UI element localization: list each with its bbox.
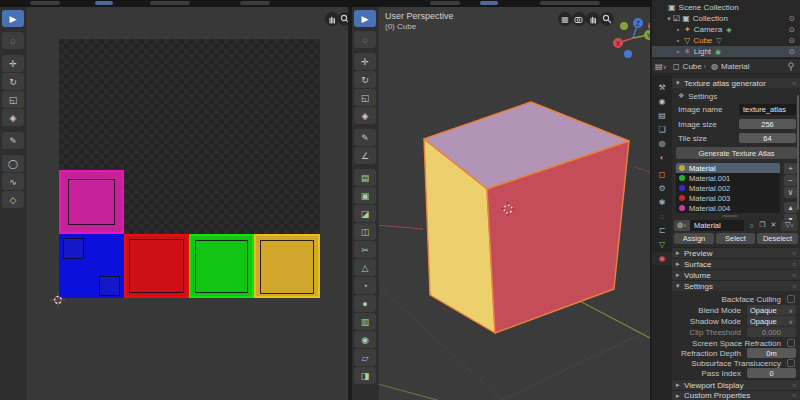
scene-tab[interactable]: ◍: [652, 137, 672, 150]
vp-rotate-tool-button[interactable]: ↻: [354, 71, 376, 88]
outliner-label[interactable]: Light: [694, 47, 711, 56]
outliner-collection[interactable]: ▾ ☑ ▣ Collection ⊙: [652, 13, 800, 24]
outliner-label[interactable]: Cube: [693, 36, 712, 45]
fake-user-button[interactable]: ○: [746, 220, 757, 231]
physics-tab[interactable]: ◌: [652, 210, 672, 223]
vp-tweak-tool-button[interactable]: ▶: [354, 10, 376, 27]
vp-inset-faces-tool-button[interactable]: ▣: [354, 187, 376, 204]
expander-icon[interactable]: •: [674, 37, 682, 44]
generate-texture-atlas-button[interactable]: Generate Texture Atlas: [676, 147, 797, 159]
pin-icon[interactable]: [787, 62, 795, 72]
vp-spin-tool-button[interactable]: ◔: [354, 277, 376, 294]
uv-grab-tool-button[interactable]: ◯: [2, 155, 24, 172]
visibility-eye-icon[interactable]: ⊙: [788, 25, 795, 34]
deselect-button[interactable]: Deselect: [757, 233, 798, 244]
blend-mode-dropdown[interactable]: Opaque∨: [747, 305, 796, 315]
vp-smooth-tool-button[interactable]: ●: [354, 295, 376, 312]
breadcrumb-material[interactable]: Material: [721, 62, 749, 71]
outliner-label[interactable]: Collection: [693, 14, 728, 23]
uv-tweak-tool-button[interactable]: ▶: [2, 10, 24, 27]
vp-knife-tool-button[interactable]: ✂: [354, 241, 376, 258]
surface-panel-header[interactable]: ▸Surface≡: [672, 258, 800, 269]
expander-icon[interactable]: •: [674, 26, 682, 33]
vp-rip-region-tool-button[interactable]: ◨: [354, 367, 376, 384]
panel-grip-icon[interactable]: ≡: [792, 80, 796, 87]
subsurface-translucency-checkbox[interactable]: [787, 359, 795, 367]
properties-scrollbar[interactable]: [797, 95, 799, 210]
view-layer-tab[interactable]: ❏: [652, 123, 672, 136]
collection-checkbox[interactable]: ☑: [673, 14, 680, 23]
image-name-input[interactable]: texture_atlas: [739, 104, 796, 115]
expander-icon[interactable]: •: [674, 48, 682, 55]
shadow-mode-dropdown[interactable]: Opaque∨: [747, 316, 796, 326]
vp-move-tool-button[interactable]: ✛: [354, 53, 376, 70]
particles-tab[interactable]: ✱: [652, 196, 672, 209]
uv-move-tool-button[interactable]: ✛: [2, 55, 24, 72]
navigation-gizmo[interactable]: Z X Y: [610, 15, 652, 61]
vp-loop-cut-tool-button[interactable]: ◫: [354, 223, 376, 240]
constraints-tab[interactable]: ⊏: [652, 224, 672, 237]
vp-measure-tool-button[interactable]: ∠: [354, 147, 376, 164]
vp-extrude-region-tool-button[interactable]: ▤: [354, 169, 376, 186]
modifier-tab[interactable]: ⚙: [652, 182, 672, 195]
camera-view-icon[interactable]: [572, 12, 586, 26]
vp-annotate-tool-button[interactable]: ✎: [354, 129, 376, 146]
uv-rotate-tool-button[interactable]: ↻: [2, 73, 24, 90]
pan-hand-icon[interactable]: [325, 12, 339, 26]
vp-shear-tool-button[interactable]: ▱: [354, 349, 376, 366]
refraction-depth-field[interactable]: 0m: [747, 348, 796, 358]
material-slot-2[interactable]: Material.002: [676, 183, 780, 193]
tool-tab[interactable]: ⚒: [652, 81, 672, 94]
vp-transform-tool-button[interactable]: ◈: [354, 107, 376, 124]
uv-2d-cursor[interactable]: [50, 292, 66, 308]
visibility-eye-icon[interactable]: ⊙: [788, 14, 795, 23]
panel-grip-icon[interactable]: ≡: [792, 382, 796, 389]
properties-editor-icon[interactable]: ▤∨: [655, 62, 667, 71]
expander-icon[interactable]: ▾: [665, 15, 673, 23]
panel-grip-icon[interactable]: ≡: [792, 283, 796, 290]
list-resize-grip[interactable]: [722, 215, 738, 217]
texture-atlas-panel-header[interactable]: ▾ Texture atlas generator ≡: [672, 77, 800, 88]
outliner-camera[interactable]: • ✦ Camera ◈ ⊙: [652, 24, 800, 35]
vp-edge-slide-tool-button[interactable]: ▥: [354, 313, 376, 330]
gizmo-y-neg-ball[interactable]: [620, 22, 628, 30]
browse-material-button[interactable]: ◍∨: [674, 220, 690, 231]
panel-grip-icon[interactable]: ≡: [792, 392, 796, 399]
tile-size-field[interactable]: 64: [739, 133, 796, 143]
screen-space-refraction-checkbox[interactable]: [787, 339, 795, 347]
material-slot-0[interactable]: Material: [676, 163, 780, 173]
material-tab[interactable]: ◉: [652, 252, 672, 265]
viewport-display-panel-header[interactable]: ▸Viewport Display≡: [672, 379, 800, 390]
node-selector-button[interactable]: ▽∨: [781, 220, 798, 231]
visibility-eye-icon[interactable]: ⊙: [788, 36, 795, 45]
outliner-cube[interactable]: • ▽ Cube ▽ ⊙: [652, 35, 800, 46]
outliner-light[interactable]: • ✳ Light ◉ ⊙: [652, 46, 800, 57]
visibility-eye-icon[interactable]: ⊙: [788, 47, 795, 56]
custom-properties-panel-header[interactable]: ▸Custom Properties≡: [672, 390, 800, 400]
render-tab[interactable]: ◉: [652, 95, 672, 108]
backface-culling-checkbox[interactable]: [787, 295, 795, 303]
uv-transform-tool-button[interactable]: ◈: [2, 109, 24, 126]
unlink-material-button[interactable]: ✕: [768, 220, 779, 231]
settings-panel-header[interactable]: ▾Settings≡: [672, 280, 800, 291]
uv-annotate-tool-button[interactable]: ✎: [2, 132, 24, 149]
vp-scale-tool-button[interactable]: ◱: [354, 89, 376, 106]
material-slot-3[interactable]: Material.003: [676, 193, 780, 203]
panel-grip-icon[interactable]: ≡: [792, 261, 796, 268]
zoom-magnifier-icon[interactable]: [338, 12, 350, 26]
vp-select-circle-tool-button[interactable]: ◌: [354, 31, 376, 48]
remove-material-slot-button[interactable]: −: [784, 175, 797, 186]
vp-poly-build-tool-button[interactable]: △: [354, 259, 376, 276]
uv-relax-tool-button[interactable]: ∿: [2, 173, 24, 190]
output-tab[interactable]: ▤: [652, 109, 672, 122]
world-tab[interactable]: ◐: [652, 151, 672, 164]
uv-pinch-tool-button[interactable]: ◇: [2, 191, 24, 208]
material-slot-4[interactable]: Material.004: [676, 203, 780, 213]
uv-canvas[interactable]: [27, 7, 348, 400]
gizmo-z-neg-ball[interactable]: [624, 50, 632, 58]
copy-material-button[interactable]: ❐: [757, 220, 768, 231]
uv-select-circle-tool-button[interactable]: ◌: [2, 32, 24, 49]
outliner-label[interactable]: Scene Collection: [679, 3, 739, 12]
vp-shrink-fatten-tool-button[interactable]: ◉: [354, 331, 376, 348]
add-material-slot-button[interactable]: +: [784, 163, 797, 174]
